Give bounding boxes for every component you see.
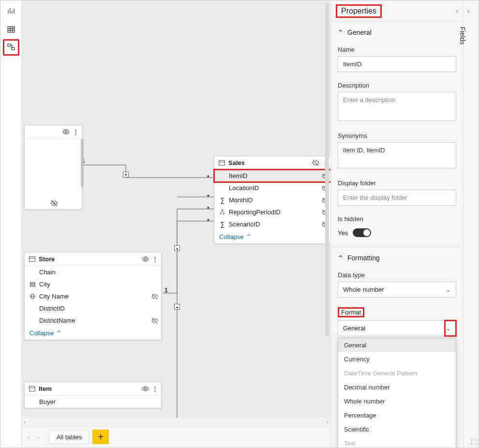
svg-rect-8 <box>30 257 35 262</box>
synonyms-label: Synonyms <box>338 132 456 139</box>
name-label: Name <box>338 46 456 53</box>
hierarchy-icon <box>30 281 36 287</box>
format-option[interactable]: Decimal number <box>338 380 456 394</box>
display-folder-input[interactable] <box>338 190 456 206</box>
field-locationid[interactable]: LocationID <box>214 182 330 194</box>
eye-icon[interactable] <box>62 128 70 135</box>
data-type-select[interactable]: Whole number ⌄ <box>338 282 456 298</box>
model-canvas[interactable]: 1 ▾ * * * * 1 ▴ ▴ ⋮ Sales ⋮ ItemID <box>22 0 330 448</box>
section-label: Formatting <box>347 254 380 262</box>
is-hidden-toggle[interactable] <box>353 228 371 237</box>
table-icon <box>29 255 36 263</box>
field-cityname[interactable]: City Name <box>25 290 161 302</box>
field-reportingperiodid[interactable]: ReportingPeriodID <box>214 206 330 218</box>
svg-rect-4 <box>219 161 225 165</box>
svg-point-6 <box>220 213 221 214</box>
is-hidden-value: Yes <box>338 229 348 237</box>
field-label: DistrictName <box>39 317 75 324</box>
report-view-icon[interactable] <box>5 4 17 16</box>
chevron-up-icon: ⌃ <box>338 29 344 36</box>
eye-off-icon[interactable] <box>151 317 158 324</box>
field-label: ItemID <box>229 172 247 179</box>
card-header[interactable]: ⋮ <box>25 125 82 139</box>
card-header[interactable]: Store ⋮ <box>25 253 161 266</box>
cardinality-many: * <box>207 218 210 224</box>
card-scrollbar[interactable] <box>81 139 84 187</box>
name-input[interactable] <box>338 56 456 72</box>
field-scenarioid[interactable]: ∑ScenarioID <box>214 218 330 230</box>
fields-rail[interactable]: ‹ Fields ⛶ <box>463 0 479 448</box>
svg-rect-12 <box>30 285 35 286</box>
select-value: Whole number <box>343 286 384 293</box>
field-label: ScenarioID <box>229 221 260 228</box>
format-select[interactable]: General ⌄ <box>338 320 456 336</box>
properties-panel: Properties › ⌃ General Name Description … <box>330 0 463 448</box>
eye-off-icon[interactable] <box>312 159 319 166</box>
eye-off-icon[interactable] <box>151 293 158 300</box>
chevron-down-icon: ⌄ <box>446 286 451 293</box>
field-districtid[interactable]: DistrictID <box>25 302 161 314</box>
canvas-h-scrollbar[interactable]: ‹ › <box>22 418 330 426</box>
properties-title: Properties <box>336 4 382 18</box>
data-view-icon[interactable] <box>5 24 17 35</box>
collapse-link[interactable]: Collapse⌃ <box>214 230 330 243</box>
scroll-left-icon[interactable]: ‹ <box>24 419 26 425</box>
kebab-icon[interactable]: ⋮ <box>73 128 79 135</box>
format-option[interactable]: Whole number <box>338 394 456 408</box>
sum-icon: ∑ <box>219 221 226 228</box>
collapse-link[interactable]: Collapse⌃ <box>25 327 161 340</box>
format-option[interactable]: General <box>338 338 456 352</box>
description-input[interactable] <box>338 92 456 121</box>
eye-icon[interactable] <box>142 255 149 263</box>
field-districtname[interactable]: DistrictName <box>25 314 161 327</box>
relationship-arrow-icon: ▴ <box>174 245 180 251</box>
field-label: Buyer <box>39 398 56 405</box>
table-card-sales[interactable]: Sales ⋮ ItemID LocationID ∑MonthID Repor… <box>214 156 330 244</box>
eye-icon[interactable] <box>142 385 149 392</box>
add-tab-button[interactable]: + <box>92 430 109 444</box>
field-monthid[interactable]: ∑MonthID <box>214 194 330 206</box>
cardinality-one: 1 <box>165 287 168 294</box>
field-buyer[interactable]: Buyer <box>25 396 161 408</box>
model-view-highlight <box>3 39 19 56</box>
field-itemid[interactable]: ItemID <box>214 170 330 182</box>
table-card-item[interactable]: Item ⋮ Buyer <box>24 382 162 408</box>
format-option: Text <box>338 436 456 448</box>
table-card-partial[interactable]: ⋮ <box>24 125 82 209</box>
scroll-right-icon[interactable]: › <box>327 419 329 425</box>
general-section-toggle[interactable]: ⌃ General <box>331 22 463 43</box>
format-option: DateTime General Pattern <box>338 366 456 380</box>
chevron-right-icon[interactable]: › <box>456 7 458 15</box>
fullscreen-icon[interactable]: ⛶ <box>471 439 477 446</box>
fields-label: Fields <box>459 27 466 45</box>
format-option[interactable]: Percentage <box>338 408 456 422</box>
card-header[interactable]: Item ⋮ <box>25 382 161 396</box>
field-chain[interactable]: Chain <box>25 266 161 278</box>
tab-all-tables[interactable]: All tables <box>49 430 90 444</box>
field-city[interactable]: City <box>25 278 161 290</box>
svg-rect-0 <box>8 27 15 32</box>
format-option[interactable]: Scientific <box>338 422 456 436</box>
format-option[interactable]: Currency <box>338 352 456 366</box>
svg-point-16 <box>145 388 147 390</box>
canvas-scrollbar[interactable] <box>325 3 329 337</box>
tab-prev-icon[interactable]: ‹ <box>25 433 32 441</box>
view-tabs-footer: ‹ › All tables + <box>22 426 330 448</box>
field-label: City Name <box>39 293 69 300</box>
format-dropdown[interactable]: GeneralCurrencyDateTime General PatternD… <box>338 338 456 448</box>
synonyms-input[interactable] <box>338 142 456 168</box>
chevron-left-icon[interactable]: ‹ <box>467 7 469 15</box>
formatting-section-toggle[interactable]: ⌃ Formatting <box>331 247 463 269</box>
tab-next-icon[interactable]: › <box>34 433 42 441</box>
field-label: DistrictID <box>39 305 65 312</box>
table-card-store[interactable]: Store ⋮ Chain City City Name DistrictID … <box>24 252 162 340</box>
section-label: General <box>347 29 372 36</box>
model-view-icon[interactable] <box>5 42 17 53</box>
card-header[interactable]: Sales ⋮ <box>214 156 330 170</box>
svg-rect-15 <box>30 387 35 391</box>
kebab-icon[interactable]: ⋮ <box>152 255 158 263</box>
kebab-icon[interactable]: ⋮ <box>152 385 158 392</box>
svg-point-9 <box>145 258 147 260</box>
select-value: General <box>343 325 365 332</box>
card-title: Sales <box>228 159 245 166</box>
